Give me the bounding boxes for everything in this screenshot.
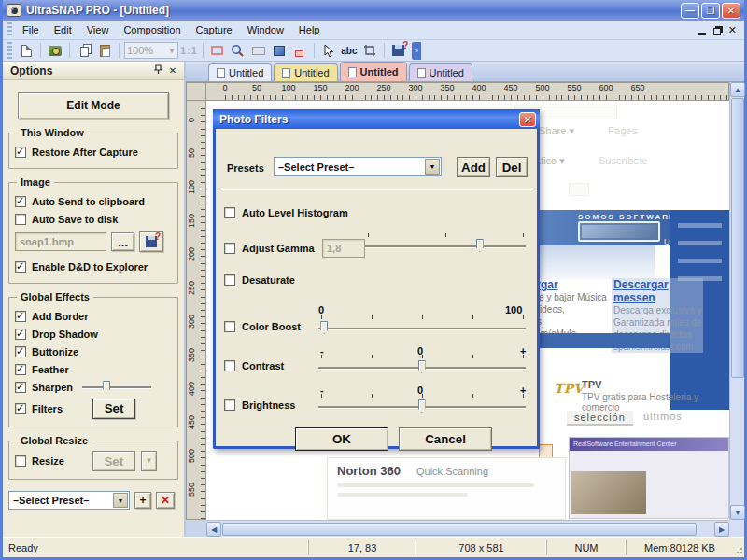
add-button[interactable]: Add xyxy=(457,157,490,177)
copy-icon[interactable] xyxy=(75,42,93,60)
brightness-slider[interactable] xyxy=(318,394,526,414)
menubar-grip[interactable] xyxy=(7,22,12,37)
resize-grip-icon[interactable] xyxy=(733,540,744,555)
save-file-button[interactable] xyxy=(139,231,163,252)
mdi-restore-icon[interactable] xyxy=(713,28,721,35)
enable-dd-checkbox[interactable] xyxy=(15,261,26,273)
adjust-gamma-checkbox[interactable] xyxy=(224,243,235,254)
menu-help[interactable]: Help xyxy=(291,21,328,38)
resize-set-dropdown[interactable]: ▼ xyxy=(141,451,157,471)
contrast-slider[interactable] xyxy=(318,355,526,375)
delete-preset-button[interactable]: ✕ xyxy=(156,492,175,509)
zoom-level-combo[interactable]: 100% ▼ xyxy=(124,42,178,59)
scroll-up-icon[interactable]: ▲ xyxy=(730,82,745,97)
color-boost-checkbox[interactable] xyxy=(224,321,235,332)
zoom-magnifier-icon[interactable] xyxy=(229,42,247,60)
new-document-icon[interactable] xyxy=(17,42,35,60)
scroll-right-icon[interactable]: ▶ xyxy=(714,522,729,537)
dialog-preset-select[interactable]: –Select Preset– ▼ xyxy=(274,157,442,176)
contrast-checkbox[interactable] xyxy=(224,360,235,371)
scroll-left-icon[interactable]: ◀ xyxy=(206,522,221,537)
auto-level-checkbox[interactable] xyxy=(224,207,235,218)
gamma-slider-thumb[interactable] xyxy=(476,239,484,252)
vertical-scroll-thumb[interactable] xyxy=(731,98,744,378)
close-panel-icon[interactable]: ✕ xyxy=(165,64,180,77)
restore-after-capture-checkbox[interactable] xyxy=(15,147,26,158)
filename-field[interactable]: snap1.bmp xyxy=(15,232,106,251)
this-window-legend: This Window xyxy=(17,127,88,138)
edit-mode-button[interactable]: Edit Mode xyxy=(18,92,169,119)
tab-untitled-1[interactable]: Untitled xyxy=(208,63,272,81)
one-to-one-icon[interactable]: 1:1 xyxy=(180,45,198,56)
minimize-button[interactable]: — xyxy=(681,3,699,19)
del-button[interactable]: Del xyxy=(496,157,528,177)
browse-button[interactable]: ... xyxy=(111,232,134,251)
vertical-ruler: 050100150200250300350400450500550 xyxy=(186,101,206,520)
save-settings-icon[interactable] xyxy=(389,42,408,60)
add-border-checkbox[interactable] xyxy=(15,311,26,322)
menu-window[interactable]: Window xyxy=(240,21,291,38)
resize-set-button[interactable]: Set xyxy=(92,451,135,471)
desaturate-checkbox[interactable] xyxy=(224,274,235,286)
boost-min-label: 0 xyxy=(318,304,324,315)
window-title: UltraSNAP PRO - [Untitled] xyxy=(26,4,681,17)
ok-button[interactable]: OK xyxy=(295,427,388,451)
brightness-checkbox[interactable] xyxy=(224,399,235,411)
menu-file[interactable]: File xyxy=(15,21,47,38)
filters-checkbox[interactable] xyxy=(15,403,26,414)
gamma-slider[interactable] xyxy=(365,233,526,254)
dialog-close-icon[interactable]: ✕ xyxy=(519,112,536,127)
gamma-value-field[interactable]: 1,8 xyxy=(322,239,365,258)
tab-untitled-3-active[interactable]: Untitled xyxy=(340,62,407,81)
mdi-minimize-icon[interactable] xyxy=(698,33,706,35)
auto-save-disk-checkbox[interactable] xyxy=(15,214,26,225)
cursor-arrow-icon[interactable] xyxy=(319,42,338,60)
add-preset-button[interactable]: + xyxy=(134,492,151,509)
window-capture-icon[interactable] xyxy=(249,42,268,60)
auto-send-clipboard-checkbox[interactable] xyxy=(15,196,26,207)
toolbar-grip[interactable] xyxy=(7,42,12,59)
brightness-slider-thumb[interactable] xyxy=(418,399,426,413)
mdi-close-icon[interactable]: ✕ xyxy=(728,25,737,35)
buttonize-checkbox[interactable] xyxy=(15,346,26,357)
chevron-down-icon[interactable]: ▼ xyxy=(425,159,440,175)
selection-rect-icon[interactable] xyxy=(208,42,227,60)
resize-checkbox[interactable] xyxy=(15,455,26,467)
preset-select-value: –Select Preset– xyxy=(9,495,113,506)
sharpen-slider-thumb[interactable] xyxy=(103,381,110,394)
tab-untitled-4[interactable]: Untitled xyxy=(409,63,472,81)
scroll-down-icon[interactable]: ▼ xyxy=(730,505,745,520)
tab-untitled-2[interactable]: Untitled xyxy=(274,63,337,81)
menu-view[interactable]: View xyxy=(79,21,117,38)
pin-icon[interactable] xyxy=(150,64,165,77)
crop-icon[interactable] xyxy=(360,42,379,60)
main-area: Options ✕ Edit Mode This Window Restore … xyxy=(3,62,744,537)
color-boost-slider[interactable] xyxy=(318,315,526,336)
object-capture-icon[interactable] xyxy=(270,42,289,60)
maximize-button[interactable]: ❒ xyxy=(701,3,720,19)
sharpen-slider[interactable] xyxy=(82,381,151,394)
horizontal-scroll-thumb[interactable] xyxy=(222,523,697,536)
paste-icon[interactable] xyxy=(95,42,114,60)
status-bar: Ready 17, 83 708 x 581 NUM Mem:80128 KB xyxy=(3,537,744,557)
dialog-titlebar[interactable]: Photo Filters ✕ xyxy=(213,109,540,129)
text-tool-icon[interactable]: abc xyxy=(340,42,359,60)
drop-shadow-checkbox[interactable] xyxy=(15,329,26,340)
horizontal-scrollbar[interactable]: ◀ ▶ xyxy=(206,520,729,537)
toolbar-overflow-icon[interactable]: » xyxy=(412,42,421,60)
menu-capture[interactable]: Capture xyxy=(189,21,240,38)
menu-composition[interactable]: Composition xyxy=(116,21,188,38)
menu-edit[interactable]: Edit xyxy=(47,21,79,38)
color-boost-slider-thumb[interactable] xyxy=(320,321,328,334)
close-button[interactable]: ✕ xyxy=(722,3,740,19)
feather-checkbox[interactable] xyxy=(15,364,26,375)
vertical-scrollbar[interactable]: ▲ ▼ xyxy=(729,82,744,520)
region-capture-icon[interactable] xyxy=(290,42,309,60)
sharpen-checkbox[interactable] xyxy=(15,382,26,393)
contrast-slider-thumb[interactable] xyxy=(418,360,426,373)
chevron-down-icon[interactable]: ▼ xyxy=(113,493,128,508)
preset-select[interactable]: –Select Preset– ▼ xyxy=(8,491,130,510)
capture-icon[interactable] xyxy=(46,42,64,60)
filters-set-button[interactable]: Set xyxy=(92,399,135,419)
cancel-button[interactable]: Cancel xyxy=(399,427,492,451)
